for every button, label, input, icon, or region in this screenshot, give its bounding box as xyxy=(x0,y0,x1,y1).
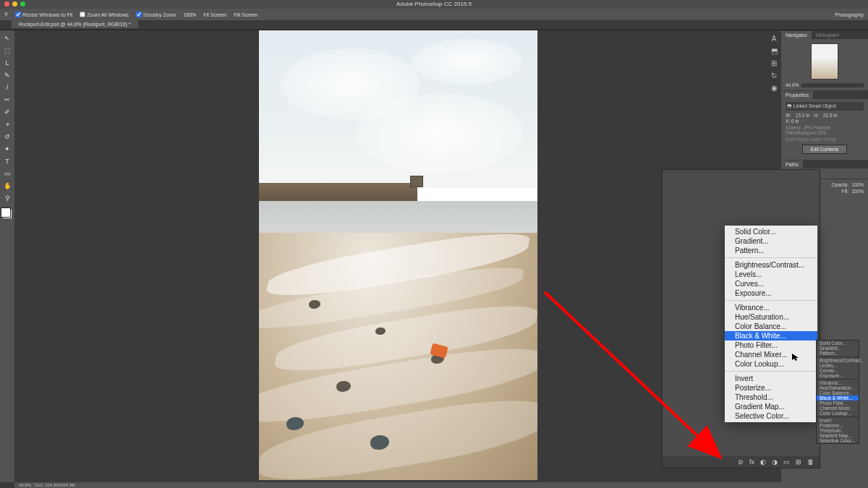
adj-menu-item-ghost[interactable]: Selective Color... xyxy=(817,438,859,443)
adj-menu-item-ghost[interactable]: Brightness/Contrast... xyxy=(817,358,859,363)
adj-menu-item-ghost[interactable]: Black & White... xyxy=(817,395,859,401)
zoom-100-button[interactable]: 100% xyxy=(183,12,196,17)
navigator-thumbnail[interactable] xyxy=(811,43,838,80)
navigator-tab[interactable]: Navigator xyxy=(781,31,812,39)
fill-screen-button[interactable]: Fill Screen xyxy=(234,12,258,17)
history-panel-icon[interactable]: ↻ xyxy=(771,72,777,80)
adj-menu-item-ghost[interactable]: Color Balance... xyxy=(817,390,859,395)
resize-windows-checkbox[interactable]: Resize Windows to Fit xyxy=(15,12,72,17)
close-window-button[interactable] xyxy=(4,1,9,7)
adj-menu-item[interactable]: Photo Filter... xyxy=(725,341,817,350)
adj-menu-item-ghost[interactable]: Color Lookup... xyxy=(817,411,859,416)
document-tab[interactable]: Rockport-Edit.psd @ 44.8% (Rockport, RGB… xyxy=(12,20,138,28)
link-layers-icon[interactable]: ⊘ xyxy=(738,458,744,466)
adj-menu-item[interactable]: Channel Mixer... xyxy=(725,350,817,359)
layer-style-icon[interactable]: fx xyxy=(749,458,754,466)
adj-menu-item[interactable]: Invert xyxy=(725,374,817,383)
tool-shape[interactable]: ▭ xyxy=(2,168,12,179)
adj-menu-item[interactable]: Posterize... xyxy=(725,383,817,393)
adj-menu-item[interactable]: Hue/Saturation... xyxy=(725,312,817,322)
edit-contents-button[interactable]: Edit Contents xyxy=(802,145,846,154)
delete-layer-icon[interactable]: 🗑 xyxy=(807,458,814,466)
adj-menu-item-ghost[interactable]: Posterize... xyxy=(817,423,859,428)
mouse-cursor xyxy=(792,354,799,361)
properties-panel: ⬒ Linked Smart Object W: 15.2 in H: 22.8… xyxy=(781,99,868,160)
adj-menu-item[interactable]: Gradient Map... xyxy=(725,402,817,411)
zoom-all-windows-checkbox[interactable]: Zoom All Windows xyxy=(80,12,129,17)
layer-mask-icon[interactable]: ◐ xyxy=(760,458,766,466)
paths-tab[interactable]: Paths xyxy=(781,160,803,168)
adjustments-panel-icon[interactable]: ⬒ xyxy=(771,47,778,55)
adj-menu-item[interactable]: Vibrance... xyxy=(725,303,817,312)
adj-menu-item-ghost[interactable]: Exposure... xyxy=(817,373,859,378)
adj-menu-item[interactable]: Levels... xyxy=(725,270,817,279)
prop-h-value: 22.8 in xyxy=(823,113,838,118)
adj-menu-item[interactable]: Black & White... xyxy=(725,331,817,341)
opacity-value[interactable]: 100% xyxy=(851,182,864,187)
adj-menu-item[interactable]: Solid Color... xyxy=(725,227,817,236)
navigator-panel: 44.8% xyxy=(781,39,868,90)
tool-marquee[interactable]: ⬚ xyxy=(2,46,12,56)
zoom-tool-icon: ⚲ xyxy=(4,12,8,17)
histogram-tab[interactable]: Histogram xyxy=(812,31,843,39)
adj-menu-item-ghost[interactable]: Vibrance... xyxy=(817,380,859,385)
adj-menu-item[interactable]: Color Balance... xyxy=(725,322,817,331)
adj-menu-item-ghost[interactable]: Gradient Map... xyxy=(817,433,859,438)
tool-type[interactable]: T xyxy=(2,156,12,166)
svg-marker-2 xyxy=(792,354,799,361)
adj-menu-item-ghost[interactable]: Levels... xyxy=(817,363,859,368)
tool-crop[interactable]: ✎ xyxy=(2,70,12,80)
tool-lasso[interactable]: L xyxy=(2,58,12,68)
minimize-window-button[interactable] xyxy=(12,1,17,7)
adj-menu-item-ghost[interactable]: Curves... xyxy=(817,368,859,373)
prop-x-value: 0 in xyxy=(791,119,799,124)
new-group-icon[interactable]: ▭ xyxy=(783,458,790,466)
tool-healing[interactable]: ✂ xyxy=(2,95,12,105)
document-tab-bar: Rockport-Edit.psd @ 44.8% (Rockport, RGB… xyxy=(0,20,868,30)
tool-history-brush[interactable]: ↺ xyxy=(2,132,12,142)
adj-menu-item-ghost[interactable]: Invert xyxy=(817,418,859,423)
adj-menu-item-ghost[interactable]: Threshold... xyxy=(817,428,859,433)
prop-w-label: W: xyxy=(786,113,791,118)
adj-menu-item-ghost[interactable]: Photo Filter... xyxy=(817,401,859,406)
tool-eyedropper[interactable]: / xyxy=(2,82,12,93)
adj-menu-item-ghost[interactable]: Solid Color... xyxy=(817,341,859,346)
adj-menu-item[interactable]: Curves... xyxy=(725,279,817,288)
adjustment-layer-menu: Solid Color...Gradient...Pattern... Brig… xyxy=(725,226,817,422)
adj-menu-item-ghost[interactable]: Pattern... xyxy=(817,351,859,356)
layers-panel-footer: ⊘ fx ◐ ◑ ▭ ⊞ 🗑 xyxy=(663,456,820,468)
new-adjustment-layer-icon[interactable]: ◑ xyxy=(772,458,778,466)
tool-brush[interactable]: ✐ xyxy=(2,107,12,117)
adj-menu-item[interactable]: Threshold... xyxy=(725,393,817,402)
fill-value[interactable]: 100% xyxy=(851,189,864,194)
prop-layer-comp: Don't Apply Layer Comp xyxy=(786,137,864,142)
tool-move[interactable]: ↖ xyxy=(2,33,12,43)
adj-menu-item[interactable]: Pattern... xyxy=(725,246,817,255)
info-panel-icon[interactable]: ◉ xyxy=(771,84,778,92)
tool-hand[interactable]: ✋ xyxy=(2,181,12,191)
adj-menu-item-ghost[interactable]: Channel Mixer... xyxy=(817,406,859,411)
document-canvas[interactable] xyxy=(259,30,537,480)
tool-gradient[interactable]: ✦ xyxy=(2,144,12,154)
scrubby-zoom-checkbox[interactable]: Scrubby Zoom xyxy=(136,12,176,17)
color-swatches[interactable] xyxy=(3,210,12,218)
tool-stamp[interactable]: ⌖ xyxy=(2,119,12,129)
workspace-switcher[interactable]: Photography xyxy=(835,12,864,17)
adj-menu-item[interactable]: Gradient... xyxy=(725,236,817,246)
swatches-panel-icon[interactable]: ⊞ xyxy=(771,59,777,67)
adj-menu-item[interactable]: Exposure... xyxy=(725,288,817,298)
opacity-label: Opacity: xyxy=(832,182,849,187)
adj-menu-item-ghost[interactable]: Gradient... xyxy=(817,346,859,351)
tool-zoom[interactable]: ⚲ xyxy=(2,193,12,203)
adj-menu-item[interactable]: Color Lookup... xyxy=(725,359,817,369)
properties-tab[interactable]: Properties xyxy=(781,91,813,99)
navigator-zoom-slider[interactable] xyxy=(801,83,864,87)
character-panel-icon[interactable]: A xyxy=(772,35,777,43)
adj-menu-item-ghost[interactable]: Hue/Saturation... xyxy=(817,385,859,390)
adj-menu-item[interactable]: Selective Color... xyxy=(725,411,817,421)
zoom-window-button[interactable] xyxy=(20,1,25,7)
tools-panel: ↖ ⬚ L ✎ / ✂ ✐ ⌖ ↺ ✦ T ▭ ✋ ⚲ xyxy=(0,30,14,482)
new-layer-icon[interactable]: ⊞ xyxy=(796,458,801,466)
fit-screen-button[interactable]: Fit Screen xyxy=(203,12,226,17)
adj-menu-item[interactable]: Brightness/Contrast... xyxy=(725,260,817,270)
